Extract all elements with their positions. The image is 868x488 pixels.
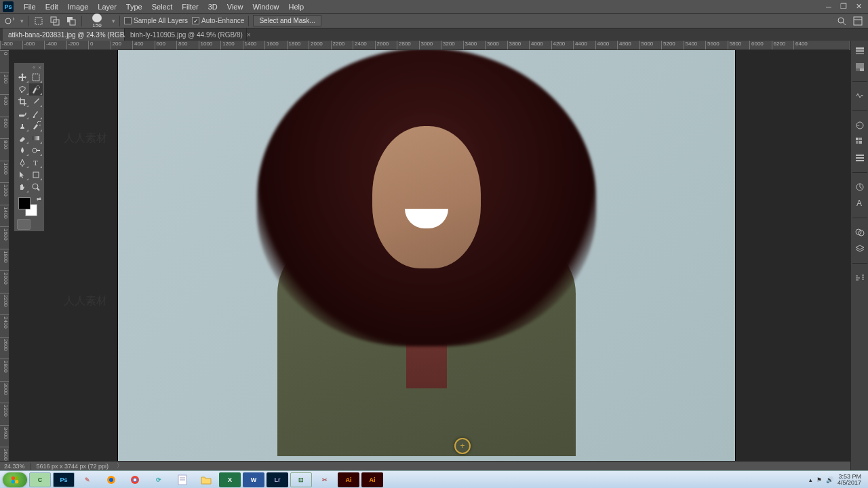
paths-panel-icon[interactable] [854, 272, 866, 284]
document-dimensions[interactable]: 5616 px x 3744 px (72 ppi) [37, 463, 109, 470]
taskbar-app-recorder[interactable]: ⊡ [290, 472, 312, 487]
doc-tab-2[interactable]: binh-ly-110905.jpg @ 44.9% (RGB/8)× [125, 28, 247, 41]
adjustments-panel-icon[interactable] [854, 119, 866, 131]
eyedropper-tool[interactable] [29, 96, 43, 108]
menu-3d[interactable]: 3D [203, 3, 222, 11]
type-tool[interactable]: T [29, 157, 43, 169]
ruler-tick: 0 [88, 41, 111, 49]
foreground-color[interactable] [18, 197, 31, 209]
svg-rect-27 [856, 138, 859, 140]
menu-edit[interactable]: Edit [41, 3, 63, 11]
minimize-button[interactable]: ─ [822, 2, 835, 12]
add-selection-icon[interactable] [49, 16, 61, 26]
taskbar-app-photoshop[interactable]: Ps [53, 472, 75, 487]
menu-select[interactable]: Select [147, 3, 178, 11]
channels-panel-icon[interactable] [854, 226, 866, 239]
taskbar-app-notes[interactable]: ✎ [77, 472, 98, 487]
canvas-area[interactable]: + 人人素材 人人素材 人人素材 [9, 50, 850, 461]
character-panel-icon[interactable]: A [854, 197, 866, 209]
svg-point-18 [33, 184, 38, 189]
ruler-tick: -800 [0, 41, 22, 49]
taskbar-app-firefox[interactable] [100, 472, 122, 487]
menu-file[interactable]: File [19, 3, 41, 11]
brush-tool[interactable] [29, 108, 43, 120]
marquee-tool[interactable] [29, 71, 43, 83]
brush-preview[interactable]: 150 [86, 14, 108, 28]
taskbar-app-notepad[interactable] [172, 472, 193, 487]
ruler-vertical[interactable]: 0200400600800100012001400160018002000220… [0, 50, 9, 461]
flag-icon[interactable]: ⚑ [816, 476, 822, 483]
system-tray[interactable]: ▴ ⚑ 🔊 3:53 PM 4/5/2017 [809, 474, 865, 486]
ruler-tick: 2000 [309, 41, 331, 49]
eraser-tool[interactable] [16, 132, 29, 144]
new-selection-icon[interactable] [33, 16, 45, 26]
ruler-tick: 2800 [397, 41, 419, 49]
styles-panel-icon[interactable] [854, 152, 866, 164]
taskbar-app-lightroom[interactable]: Lr [267, 472, 288, 487]
blur-tool[interactable] [16, 144, 29, 157]
menu-image[interactable]: Image [63, 3, 94, 11]
lasso-tool[interactable] [16, 83, 29, 96]
quick-mask-toggle[interactable] [17, 219, 31, 230]
menu-view[interactable]: View [222, 3, 248, 11]
path-selection-tool[interactable] [16, 169, 29, 181]
volume-icon[interactable]: 🔊 [826, 476, 833, 483]
ruler-tick: 2200 [331, 41, 353, 49]
doc-tab-1[interactable]: atikh-bana-203831.jpg @ 24.3% (RGB/8)× [3, 28, 125, 41]
history-brush-tool[interactable] [29, 120, 43, 132]
hand-tool[interactable] [16, 181, 29, 193]
ruler-tick: 6400 [793, 41, 816, 49]
tray-expand-icon[interactable]: ▴ [809, 476, 812, 483]
search-icon[interactable] [835, 16, 848, 26]
zoom-level[interactable]: 24.33% [4, 463, 25, 470]
restore-button[interactable]: ❐ [837, 2, 850, 12]
healing-brush-tool[interactable] [16, 108, 29, 120]
document-canvas[interactable] [118, 50, 735, 461]
crop-tool[interactable] [16, 96, 29, 108]
menu-filter[interactable]: Filter [177, 3, 203, 11]
start-button[interactable] [3, 472, 27, 487]
shape-tool[interactable] [29, 169, 43, 181]
auto-enhance-checkbox[interactable]: Auto-Enhance [192, 17, 244, 24]
menu-layer[interactable]: Layer [93, 3, 121, 11]
document-tabs: atikh-bana-203831.jpg @ 24.3% (RGB/8)× b… [0, 28, 868, 41]
menu-help[interactable]: Help [284, 3, 309, 11]
layers-panel-icon[interactable] [854, 243, 866, 255]
close-button[interactable]: ✕ [852, 2, 865, 12]
sample-all-layers-checkbox[interactable]: Sample All Layers [124, 17, 188, 24]
ruler-horizontal[interactable]: -800-600-400-200020040060080010001200140… [0, 41, 849, 50]
subtract-selection-icon[interactable] [65, 16, 77, 26]
tool-preset-icon[interactable] [4, 16, 16, 26]
clone-stamp-tool[interactable] [16, 120, 29, 132]
libraries-panel-icon[interactable] [854, 90, 866, 102]
chevron-right-icon[interactable]: 〉 [117, 462, 123, 470]
history-panel-icon[interactable] [854, 45, 866, 57]
taskbar-app-illustrator-1[interactable]: Ai [338, 472, 359, 487]
dodge-tool[interactable] [29, 144, 43, 157]
move-tool[interactable] [16, 71, 29, 83]
taskbar-app-camtasia[interactable]: C [29, 472, 51, 487]
svg-line-19 [37, 188, 39, 190]
color-swatches[interactable]: ⇄ [16, 196, 43, 218]
gradient-tool[interactable] [29, 132, 43, 144]
color-panel-icon[interactable] [854, 61, 866, 73]
taskbar-app-explorer[interactable] [195, 472, 217, 487]
clock[interactable]: 3:53 PM 4/5/2017 [837, 474, 861, 486]
pen-tool[interactable] [16, 157, 29, 169]
zoom-tool[interactable] [29, 181, 43, 193]
menu-window[interactable]: Window [248, 3, 283, 11]
taskbar-app-illustrator-2[interactable]: Ai [361, 472, 383, 487]
taskbar-app-sync[interactable]: ⟳ [148, 472, 170, 487]
quick-selection-tool[interactable] [29, 83, 43, 96]
properties-panel-icon[interactable] [854, 181, 866, 193]
close-icon[interactable]: × [247, 31, 251, 39]
taskbar-app-chrome[interactable] [124, 472, 146, 487]
workspace-switcher-icon[interactable] [852, 16, 864, 26]
taskbar-app-excel[interactable]: X [219, 472, 241, 487]
menu-type[interactable]: Type [121, 3, 147, 11]
close-panel-icon[interactable]: × [38, 64, 41, 70]
taskbar-app-word[interactable]: W [243, 472, 264, 487]
taskbar-app-snip[interactable]: ✂ [314, 472, 336, 487]
select-and-mask-button[interactable]: Select and Mask... [253, 15, 321, 26]
swatches-panel-icon[interactable] [854, 136, 866, 148]
